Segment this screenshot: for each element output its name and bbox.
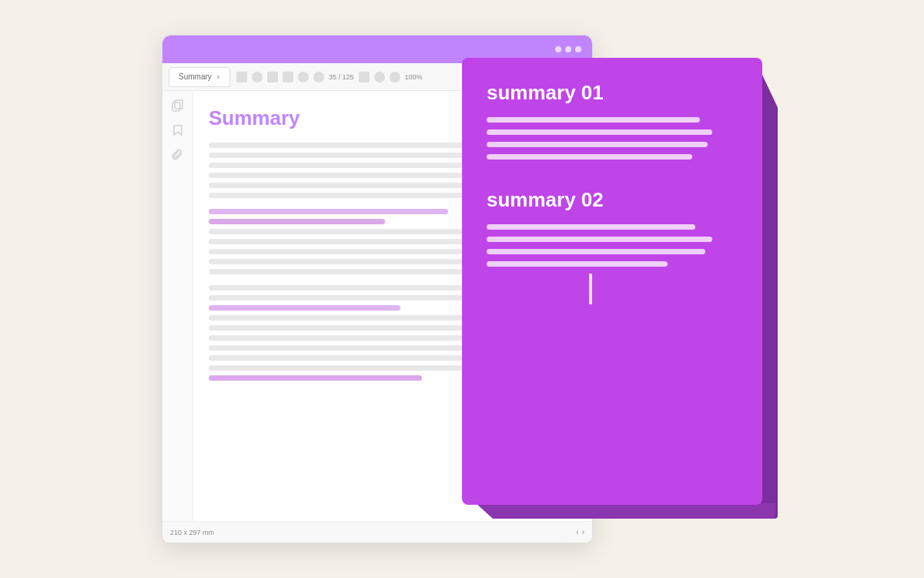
dot-3 <box>575 46 581 52</box>
zoom-level: 100% <box>405 73 423 81</box>
bookmark-icon[interactable] <box>171 123 185 137</box>
prev-arrow[interactable]: ‹ <box>576 528 578 536</box>
pdf-line <box>209 239 503 244</box>
save-icon[interactable] <box>236 72 247 82</box>
pdf-line-highlight2 <box>209 219 385 224</box>
pdf-line <box>209 193 500 198</box>
summary-01-lines <box>487 117 738 166</box>
summary-line <box>487 224 695 230</box>
svg-rect-1 <box>175 100 182 109</box>
tab-label: Summary <box>179 72 212 81</box>
doc-card: summary 01 summary 02 <box>462 58 762 505</box>
pdf-line-highlight <box>209 209 448 214</box>
pdf-line <box>209 173 485 178</box>
summary-line <box>487 237 712 242</box>
cursor-icon[interactable] <box>359 72 370 82</box>
summary-02-lines <box>487 224 738 274</box>
pdf-line <box>209 295 503 301</box>
summary-line <box>487 261 668 267</box>
doc-card-bottom-face <box>476 503 776 519</box>
pdf-line <box>209 325 496 331</box>
scene: Summary × 35 / 125 100% <box>162 35 762 543</box>
doc-card-front-face: summary 01 summary 02 <box>462 58 762 505</box>
pdf-line <box>209 365 488 371</box>
next-arrow[interactable]: › <box>582 528 584 536</box>
dot-2 <box>565 46 571 52</box>
tab-close-button[interactable]: × <box>216 73 220 81</box>
sync-icon[interactable] <box>267 72 278 82</box>
minus-zoom-icon[interactable] <box>374 72 385 82</box>
plus-zoom-icon[interactable] <box>390 72 400 82</box>
summary-line <box>487 249 705 254</box>
search-icon[interactable] <box>298 72 309 82</box>
page-number: 35 / 125 <box>329 73 354 81</box>
pdf-line-highlight3 <box>209 305 400 311</box>
summary-02-title: summary 02 <box>487 188 738 212</box>
statusbar-navigation: ‹ › <box>576 528 584 536</box>
star-icon[interactable] <box>252 72 263 82</box>
lock-icon[interactable] <box>313 72 324 82</box>
copy-icon[interactable] <box>171 99 185 113</box>
summary-line <box>487 129 712 135</box>
pdf-line <box>209 259 481 264</box>
print-icon[interactable] <box>283 72 293 82</box>
statusbar-size: 210 x 297 mm <box>170 529 214 536</box>
paperclip-icon[interactable] <box>171 148 185 162</box>
svg-rect-0 <box>172 102 180 111</box>
summary-line <box>487 117 700 123</box>
window-dots <box>555 46 581 52</box>
pdf-line <box>209 345 467 351</box>
pdf-statusbar: 210 x 297 mm ‹ › <box>162 521 592 543</box>
pdf-line-highlight4 <box>209 375 422 381</box>
summary-line <box>487 154 692 160</box>
toolbar-tab[interactable]: Summary × <box>169 67 230 87</box>
pdf-sidebar <box>162 91 193 521</box>
summary-line <box>487 142 708 147</box>
doc-card-right-face <box>761 72 778 519</box>
summary-01-title: summary 01 <box>487 81 738 105</box>
dot-1 <box>555 46 561 52</box>
